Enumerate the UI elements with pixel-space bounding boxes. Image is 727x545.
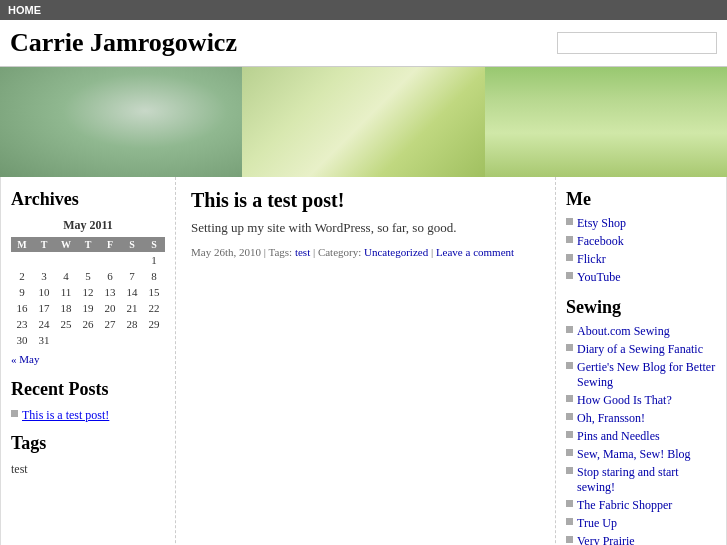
- sewing-link[interactable]: Oh, Fransson!: [577, 411, 645, 426]
- calendar-day-cell[interactable]: 24: [33, 316, 55, 332]
- me-link[interactable]: Flickr: [577, 252, 606, 267]
- calendar-day-cell[interactable]: 27: [99, 316, 121, 332]
- calendar-day-cell: [121, 252, 143, 268]
- calendar-day-cell[interactable]: 5: [77, 268, 99, 284]
- sewing-section: Sewing About.com SewingDiary of a Sewing…: [566, 297, 716, 545]
- bullet-icon: [11, 410, 18, 417]
- calendar-day-cell[interactable]: 28: [121, 316, 143, 332]
- post-leave-comment[interactable]: Leave a comment: [436, 246, 514, 258]
- calendar-day-cell[interactable]: 1: [143, 252, 165, 268]
- calendar-day-cell: [99, 332, 121, 348]
- list-item: Pins and Needles: [566, 429, 716, 444]
- calendar-day-cell[interactable]: 11: [55, 284, 77, 300]
- tags-section: Tags test: [11, 433, 165, 477]
- bullet-icon: [566, 326, 573, 333]
- calendar-day-cell[interactable]: 25: [55, 316, 77, 332]
- sewing-link[interactable]: Stop staring and start sewing!: [577, 465, 716, 495]
- calendar-week-row: 1: [11, 252, 165, 268]
- banner: [0, 67, 727, 177]
- archives-title: Archives: [11, 189, 165, 210]
- calendar-prev-link[interactable]: « May: [11, 353, 39, 365]
- bullet-icon: [566, 518, 573, 525]
- recent-post-link[interactable]: This is a test post!: [22, 408, 109, 423]
- post-category[interactable]: Uncategorized: [364, 246, 428, 258]
- calendar-day-cell[interactable]: 18: [55, 300, 77, 316]
- calendar-day-cell[interactable]: 17: [33, 300, 55, 316]
- calendar-day-cell[interactable]: 15: [143, 284, 165, 300]
- calendar-day-cell[interactable]: 2: [11, 268, 33, 284]
- sewing-title: Sewing: [566, 297, 716, 318]
- calendar-day-cell[interactable]: 22: [143, 300, 165, 316]
- post-excerpt: Setting up my site with WordPress, so fa…: [191, 220, 540, 236]
- calendar-week-row: 16171819202122: [11, 300, 165, 316]
- sewing-link[interactable]: The Fabric Shopper: [577, 498, 672, 513]
- post-title: This is a test post!: [191, 189, 540, 212]
- calendar-header-cell: W: [55, 237, 77, 252]
- sewing-link[interactable]: How Good Is That?: [577, 393, 672, 408]
- calendar-day-cell[interactable]: 10: [33, 284, 55, 300]
- header: Carrie Jamrogowicz: [0, 20, 727, 67]
- top-nav: HOME: [0, 0, 727, 20]
- list-item: Etsy Shop: [566, 216, 716, 231]
- list-item: Flickr: [566, 252, 716, 267]
- bullet-icon: [566, 449, 573, 456]
- calendar-day-cell[interactable]: 3: [33, 268, 55, 284]
- calendar-body: 1234567891011121314151617181920212223242…: [11, 252, 165, 348]
- sewing-link[interactable]: True Up: [577, 516, 617, 531]
- calendar-day-cell[interactable]: 9: [11, 284, 33, 300]
- calendar-day-cell: [55, 252, 77, 268]
- calendar-day-cell: [143, 332, 165, 348]
- sidebar-left: Archives May 2011 MTWTFSS 12345678910111…: [1, 177, 176, 545]
- list-item: Sew, Mama, Sew! Blog: [566, 447, 716, 462]
- calendar-day-cell[interactable]: 4: [55, 268, 77, 284]
- post-tag-test[interactable]: test: [295, 246, 310, 258]
- sewing-link[interactable]: Very Prairie: [577, 534, 635, 545]
- bullet-icon: [566, 395, 573, 402]
- sewing-link[interactable]: About.com Sewing: [577, 324, 670, 339]
- recent-posts-title: Recent Posts: [11, 379, 165, 400]
- calendar-day-cell[interactable]: 26: [77, 316, 99, 332]
- bullet-icon: [566, 254, 573, 261]
- me-title: Me: [566, 189, 716, 210]
- calendar-day-cell[interactable]: 20: [99, 300, 121, 316]
- tags-title: Tags: [11, 433, 165, 454]
- search-input[interactable]: [557, 32, 717, 54]
- list-item: Facebook: [566, 234, 716, 249]
- me-link[interactable]: Facebook: [577, 234, 624, 249]
- sewing-link[interactable]: Diary of a Sewing Fanatic: [577, 342, 703, 357]
- bullet-icon: [566, 431, 573, 438]
- calendar-day-cell[interactable]: 19: [77, 300, 99, 316]
- calendar-day-cell[interactable]: 29: [143, 316, 165, 332]
- bullet-icon: [566, 272, 573, 279]
- sewing-link[interactable]: Pins and Needles: [577, 429, 660, 444]
- calendar-day-cell: [11, 252, 33, 268]
- calendar-caption: May 2011: [11, 218, 165, 233]
- calendar-day-cell[interactable]: 8: [143, 268, 165, 284]
- calendar-day-cell[interactable]: 12: [77, 284, 99, 300]
- list-item: Gertie's New Blog for Better Sewing: [566, 360, 716, 390]
- calendar-day-cell[interactable]: 6: [99, 268, 121, 284]
- calendar-day-cell[interactable]: 13: [99, 284, 121, 300]
- calendar-day-cell[interactable]: 7: [121, 268, 143, 284]
- calendar-day-cell[interactable]: 31: [33, 332, 55, 348]
- calendar-nav: « May: [11, 353, 165, 365]
- sewing-link[interactable]: Gertie's New Blog for Better Sewing: [577, 360, 716, 390]
- calendar-week-row: 9101112131415: [11, 284, 165, 300]
- calendar-header-cell: M: [11, 237, 33, 252]
- list-item: True Up: [566, 516, 716, 531]
- calendar-day-cell[interactable]: 21: [121, 300, 143, 316]
- me-section: Me Etsy ShopFacebookFlickrYouTube: [566, 189, 716, 285]
- me-link[interactable]: YouTube: [577, 270, 621, 285]
- calendar-day-cell[interactable]: 16: [11, 300, 33, 316]
- calendar-day-cell[interactable]: 30: [11, 332, 33, 348]
- calendar-day-cell[interactable]: 14: [121, 284, 143, 300]
- list-item: How Good Is That?: [566, 393, 716, 408]
- calendar-day-cell: [99, 252, 121, 268]
- sewing-link[interactable]: Sew, Mama, Sew! Blog: [577, 447, 691, 462]
- calendar-day-cell[interactable]: 23: [11, 316, 33, 332]
- post-date: May 26th, 2010: [191, 246, 261, 258]
- calendar-header-row: MTWTFSS: [11, 237, 165, 252]
- me-link[interactable]: Etsy Shop: [577, 216, 626, 231]
- home-nav-link[interactable]: HOME: [8, 4, 41, 16]
- bullet-icon: [566, 344, 573, 351]
